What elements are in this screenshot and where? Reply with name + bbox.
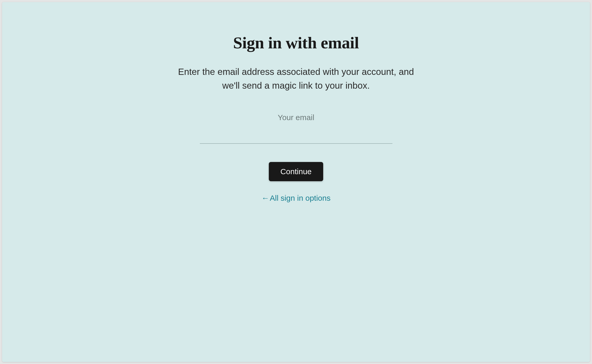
page-subtitle: Enter the email address associated with … bbox=[171, 65, 421, 92]
email-label: Your email bbox=[278, 113, 314, 122]
back-link-label: All sign in options bbox=[270, 194, 330, 203]
signin-panel: Sign in with email Enter the email addre… bbox=[2, 2, 590, 362]
continue-button[interactable]: Continue bbox=[269, 162, 323, 181]
arrow-left-icon: ← bbox=[262, 194, 269, 203]
back-to-signin-options-link[interactable]: ← All sign in options bbox=[262, 194, 330, 203]
page-title: Sign in with email bbox=[233, 33, 359, 53]
email-input[interactable] bbox=[200, 128, 392, 144]
